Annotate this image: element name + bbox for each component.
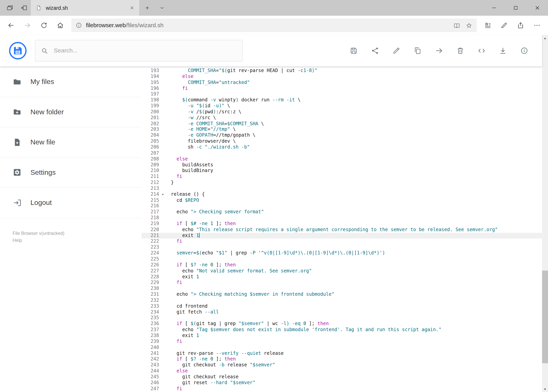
code-line-227[interactable]: 227 echo "Not valid semver format. See s… [141, 268, 542, 274]
search-input[interactable] [53, 47, 237, 54]
code-line-237[interactable]: 237 echo "Tag $semver does not exist in … [141, 327, 542, 333]
code-line-211[interactable]: 211 fi [141, 174, 542, 180]
more-button[interactable] [529, 18, 545, 33]
tab-close-icon[interactable] [129, 5, 135, 11]
code-line-239[interactable]: 239 fi [141, 339, 542, 345]
code-line-219[interactable]: 219 if [ $# -ne 1 ]; then [141, 221, 542, 227]
web-note-button[interactable] [496, 18, 512, 33]
sidebar-item-new-file[interactable]: New file [0, 127, 141, 158]
code-line-247[interactable]: 247 fi [141, 386, 542, 392]
code-line-225[interactable]: 225 [141, 256, 542, 262]
new-tab-button[interactable] [140, 0, 155, 16]
code-line-210[interactable]: 210 buildBinary [141, 168, 542, 174]
code-line-202[interactable]: 202 -e COMMIT_SHA=$COMMIT_SHA \ [141, 121, 542, 127]
code-line-216[interactable]: 216 [141, 203, 542, 209]
help-link[interactable]: Help [13, 237, 141, 244]
browser-tab[interactable]: wizard.sh [31, 0, 140, 16]
share-button[interactable] [371, 47, 379, 55]
maximize-button[interactable] [505, 0, 527, 16]
minimize-button[interactable] [483, 0, 505, 16]
code-line-233[interactable]: 233 cd frontend [141, 303, 542, 309]
sidebar-item-new-folder[interactable]: New folder [0, 97, 141, 127]
code-line-238[interactable]: 238 exit 1 [141, 333, 542, 339]
code-line-245[interactable]: 245 git checkout release [141, 374, 542, 380]
code-line-223[interactable]: 223 [141, 245, 542, 250]
tab-list-button[interactable] [155, 0, 169, 16]
edit-button[interactable] [392, 47, 401, 55]
code-line-213[interactable]: 213 [141, 186, 542, 191]
code-line-201[interactable]: 201 -w //src \ [141, 115, 542, 121]
back-button[interactable] [3, 18, 19, 33]
sidebar-item-my-files[interactable]: My files [0, 67, 141, 97]
home-button[interactable] [52, 18, 69, 33]
info-button[interactable] [520, 47, 528, 55]
code-line-220[interactable]: 220 echo "This release script requires a… [141, 227, 542, 233]
sidebar-item-logout[interactable]: Logout [0, 188, 141, 218]
scroll-down-button[interactable]: ▼ [542, 386, 548, 392]
code-line-218[interactable]: 218 [141, 215, 542, 221]
code-line-226[interactable]: 226 if [ $? -ne 0 ]; then [141, 262, 542, 268]
set-tabs-aside-button[interactable] [17, 0, 31, 16]
code-line-195[interactable]: 195 COMMIT_SHA="untracked" [141, 80, 542, 85]
filebrowser-logo[interactable] [9, 42, 27, 60]
sidebar-item-settings[interactable]: Settings [0, 158, 141, 188]
code-line-209[interactable]: 209 buildAssets [141, 162, 542, 168]
code-line-207[interactable]: 207 [141, 150, 542, 156]
code-line-229[interactable]: 229 fi [141, 280, 542, 286]
download-button[interactable] [499, 47, 507, 55]
fold-marker-icon[interactable]: ▾ [159, 191, 171, 197]
delete-button[interactable] [456, 47, 465, 55]
code-line-235[interactable]: 235 [141, 315, 542, 321]
hub-favorites-button[interactable] [479, 18, 496, 33]
close-window-button[interactable] [526, 0, 548, 16]
code-line-205[interactable]: 205 filebrowser/dev \ [141, 139, 542, 144]
reading-view-icon[interactable] [453, 22, 460, 29]
scrollbar[interactable]: ▲ ▼ [542, 35, 548, 392]
site-info-icon[interactable] [76, 22, 82, 29]
move-button[interactable] [435, 47, 443, 55]
code-line-212[interactable]: 212} [141, 180, 542, 186]
code-line-214[interactable]: 214▾release () { [141, 191, 542, 197]
code-line-236[interactable]: 236 if [ $(git tag | grep "$semver" | wc… [141, 321, 542, 327]
code-line-198[interactable]: 198 $(command -v winpty) docker run --rm… [141, 97, 542, 103]
code-line-241[interactable]: 241 git rev-parse --verify --quiet relea… [141, 350, 542, 356]
code-line-231[interactable]: 231 echo "> Checking matching $semver in… [141, 292, 542, 297]
code-line-240[interactable]: 240 [141, 345, 542, 350]
scroll-up-button[interactable]: ▲ [542, 35, 548, 41]
source-button[interactable] [477, 47, 486, 55]
code-line-203[interactable]: 203 -e HOME="//tmp" \ [141, 127, 542, 133]
code-line-206[interactable]: 206 sh -c "./wizard.sh -b" [141, 144, 542, 150]
refresh-button[interactable] [36, 18, 52, 33]
code-line-199[interactable]: 199 -u "$(id -u)" \ [141, 103, 542, 109]
search-box[interactable] [35, 40, 243, 62]
code-line-244[interactable]: 244 else [141, 368, 542, 374]
code-line-193[interactable]: 193 COMMIT_SHA="$(git rev-parse HEAD | c… [141, 68, 542, 74]
code-line-243[interactable]: 243 git checkout -b release "$semver" [141, 362, 542, 368]
code-line-208[interactable]: 208 else [141, 156, 542, 162]
code-line-232[interactable]: 232 [141, 297, 542, 303]
code-line-230[interactable]: 230 [141, 286, 542, 292]
url-text[interactable]: filebrowser.web/files/wizard.sh [86, 22, 163, 29]
code-editor[interactable]: 193 COMMIT_SHA="$(git rev-parse HEAD | c… [141, 66, 542, 392]
code-line-196[interactable]: 196 fi [141, 85, 542, 91]
url-box[interactable]: filebrowser.web/files/wizard.sh [71, 19, 477, 32]
code-line-204[interactable]: 204 -e GOPATH=//tmp/gopath \ [141, 133, 542, 139]
code-line-242[interactable]: 242 if [ $? -ne 0 ]; then [141, 356, 542, 362]
code-line-197[interactable]: 197 [141, 91, 542, 97]
code-line-217[interactable]: 217 echo "> Checking semver format" [141, 209, 542, 215]
code-line-194[interactable]: 194 else [141, 74, 542, 80]
code-line-200[interactable]: 200 -v /$(pwd):/src:z \ [141, 109, 542, 115]
code-line-228[interactable]: 228 exit 1 [141, 274, 542, 280]
code-line-215[interactable]: 215 cd $REPO [141, 197, 542, 203]
tab-preview-button[interactable] [3, 0, 17, 16]
code-line-224[interactable]: 224 semver=$(echo "$1" | grep -P '^v(0|[… [141, 250, 542, 256]
favorite-star-icon[interactable] [465, 22, 472, 29]
code-line-221[interactable]: 221 exit 1 [141, 233, 542, 238]
code-line-246[interactable]: 246 git reset --hard "$semver" [141, 380, 542, 386]
code-line-234[interactable]: 234 git fetch --all [141, 309, 542, 315]
share-page-button[interactable] [512, 18, 529, 33]
copy-button[interactable] [413, 47, 422, 55]
code-line-222[interactable]: 222 fi [141, 238, 542, 245]
save-button[interactable] [349, 47, 358, 55]
scrollbar-thumb[interactable] [542, 271, 548, 363]
